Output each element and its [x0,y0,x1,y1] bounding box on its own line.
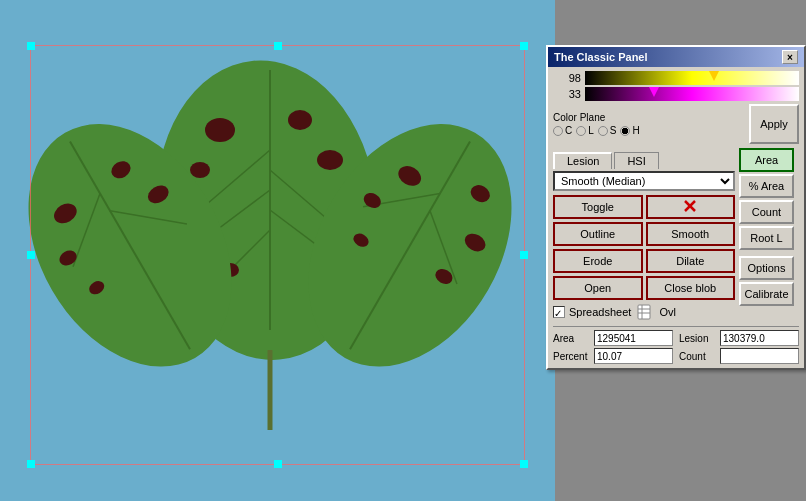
radio-l[interactable]: L [576,125,594,136]
close-blob-button[interactable]: Close blob [646,276,736,300]
dilate-button[interactable]: Dilate [646,249,736,273]
percent-value[interactable] [594,348,673,364]
dropdown-row: Smooth (Median) [553,171,735,191]
radio-h-btn[interactable] [620,126,630,136]
calibrate-button[interactable]: Calibrate [739,282,794,306]
slider-section: 98 33 [553,71,799,101]
svg-point-8 [205,118,235,142]
color-plane-label: Color Plane [553,112,745,123]
erode-button[interactable]: Erode [553,249,643,273]
percent-area-button[interactable]: % Area [739,174,794,198]
ovl-label: Ovl [659,306,676,318]
status-row-1: Area Lesion [553,330,799,346]
status-row-2: Percent Count [553,348,799,364]
panel-titlebar: The Classic Panel × [548,47,804,67]
spreadsheet-icon [637,304,655,320]
open-button[interactable]: Open [553,276,643,300]
spreadsheet-row: Spreadsheet Ovl [553,304,735,320]
count-label: Count [679,351,717,362]
radio-c-btn[interactable] [553,126,563,136]
spreadsheet-checkbox[interactable] [553,306,565,318]
svg-point-11 [317,150,343,170]
svg-point-10 [190,162,210,178]
outline-button[interactable]: Outline [553,222,643,246]
radio-c[interactable]: C [553,125,572,136]
area-button[interactable]: Area [739,148,794,172]
apply-button[interactable]: Apply [749,104,799,144]
x-icon [682,198,698,214]
radio-group: C L S H [553,125,745,136]
smooth-button[interactable]: Smooth [646,222,736,246]
toggle-button[interactable]: Toggle [553,195,643,219]
right-controls: Area % Area Count Root L Options Calibra… [739,148,799,323]
x-icon-button[interactable] [646,195,736,219]
radio-l-btn[interactable] [576,126,586,136]
tab-lesion[interactable]: Lesion [553,152,612,169]
status-section: Area Lesion Percent Count [553,326,799,364]
root-l-button[interactable]: Root L [739,226,794,250]
leaf-image [0,0,555,501]
main-canvas [0,0,555,501]
radio-h[interactable]: H [620,125,639,136]
radio-s[interactable]: S [598,125,617,136]
svg-rect-38 [638,305,650,319]
lesion-value[interactable] [720,330,799,346]
tab-hsi[interactable]: HSI [614,152,658,169]
close-button[interactable]: × [782,50,798,64]
btn-grid: Toggle Outline Smooth Erode Dilate Open … [553,195,735,300]
slider2-value: 33 [553,88,581,100]
svg-point-9 [288,110,312,130]
classic-panel: The Classic Panel × 98 33 [546,45,806,370]
slider1-track[interactable] [585,71,799,85]
spreadsheet-label: Spreadsheet [569,306,631,318]
slider1-value: 98 [553,72,581,84]
percent-label: Percent [553,351,591,362]
radio-s-btn[interactable] [598,126,608,136]
count-value[interactable] [720,348,799,364]
area-label: Area [553,333,591,344]
lesion-label: Lesion [679,333,717,344]
slider2-track[interactable] [585,87,799,101]
area-value[interactable] [594,330,673,346]
method-select[interactable]: Smooth (Median) [553,171,735,191]
panel-title: The Classic Panel [554,51,648,63]
count-button[interactable]: Count [739,200,794,224]
options-button[interactable]: Options [739,256,794,280]
tabs-row: Lesion HSI [553,152,735,169]
